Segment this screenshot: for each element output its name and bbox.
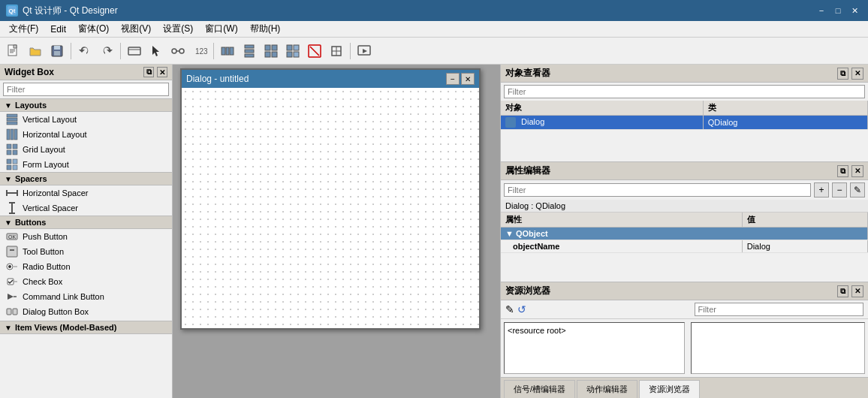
resource-browser-float-button[interactable]: ⧉ [837,285,848,297]
layout-h[interactable] [217,41,238,62]
minimize-button[interactable]: − [814,4,829,17]
adjust-size[interactable] [326,41,347,62]
property-remove-button[interactable]: − [832,182,847,197]
resource-browser-header: 资源浏览器 ⧉ ✕ [501,282,868,300]
check-box-icon [6,276,18,288]
object-inspector-float-button[interactable]: ⧉ [837,68,848,80]
svg-marker-63 [8,294,14,300]
widget-box-close-button[interactable]: ✕ [157,67,167,77]
widget-form-layout[interactable]: Form Layout [0,157,172,172]
layouts-label: Layouts [15,101,47,110]
svg-rect-27 [287,52,292,57]
resource-tree[interactable]: <resource root> [504,322,685,374]
property-value-objectname[interactable]: Dialog [742,240,867,253]
property-editor-float-button[interactable]: ⧉ [837,165,848,177]
vertical-spacer-label: Vertical Spacer [23,204,78,213]
connect-tool[interactable] [167,41,188,62]
svg-rect-20 [245,54,254,57]
menu-bar: 文件(F) Edit 窗体(O) 视图(V) 设置(S) 窗口(W) 帮助(H) [0,21,868,38]
widget-command-link-button[interactable]: Command Link Button [0,289,172,304]
resource-browser-close-button[interactable]: ✕ [851,285,863,297]
object-row-dialog[interactable]: Dialog QDialog [501,116,868,130]
svg-rect-19 [245,50,254,53]
property-settings-button[interactable]: ✎ [850,182,865,197]
new-button[interactable] [3,41,24,62]
widget-vertical-layout[interactable]: Vertical Layout [0,112,172,127]
open-button[interactable] [25,41,46,62]
resource-browser-toolbar: ✎ ↺ [501,300,868,319]
layout-grid[interactable] [261,41,282,62]
tab-order-tool[interactable]: 123 [189,41,210,62]
maximize-button[interactable]: □ [830,4,845,17]
undo-button[interactable] [74,41,95,62]
select-tool[interactable] [146,41,167,62]
widget-dialog-button-box[interactable]: Dialog Button Box [0,304,172,319]
widget-radio-button[interactable]: Radio Button [0,259,172,274]
widget-grid-layout[interactable]: Grid Layout [0,142,172,157]
widget-filter-input[interactable] [3,83,169,96]
widget-push-button[interactable]: OK Push Button [0,229,172,244]
dialog-canvas[interactable] [182,88,479,328]
widget-horizontal-layout[interactable]: Horizontal Layout [0,127,172,142]
property-group-qobject[interactable]: ▼ QObject [501,228,868,240]
resource-browser-title: 资源浏览器 [505,285,550,297]
category-spacers[interactable]: ▼ Spacers [0,172,172,185]
widget-vertical-spacer[interactable]: Vertical Spacer [0,201,172,216]
toolbar-separator-3 [213,43,214,59]
menu-edit[interactable]: Edit [44,21,72,37]
property-filter-input[interactable] [504,183,811,197]
object-col-class: 类 [703,101,867,116]
object-filter-input[interactable] [504,85,865,98]
property-group-qobject-label: ▼ QObject [501,228,868,240]
menu-form[interactable]: 窗体(O) [72,21,115,37]
preview-button[interactable] [354,41,375,62]
object-inspector-close-button[interactable]: ✕ [851,68,863,80]
category-item-views[interactable]: ▼ Item Views (Model-Based) [0,321,172,334]
app-icon: Qt [6,5,18,17]
tab-action-editor[interactable]: 动作编辑器 [577,380,637,398]
property-editor-close-button[interactable]: ✕ [851,165,863,177]
resource-root-label: <resource root> [508,326,566,335]
svg-text:OK: OK [8,234,16,240]
resource-edit-icon[interactable]: ✎ [505,303,514,315]
buttons-label: Buttons [15,218,47,227]
property-add-button[interactable]: + [814,182,829,197]
menu-help[interactable]: 帮助(H) [244,21,287,37]
menu-window[interactable]: 窗口(W) [199,21,243,37]
svg-rect-36 [7,118,17,121]
menu-file[interactable]: 文件(F) [3,21,44,37]
resource-filter-input[interactable] [695,303,864,316]
redo-button[interactable] [96,41,117,62]
dialog-close-button[interactable]: ✕ [461,73,475,85]
tab-resource-browser[interactable]: 资源浏览器 [639,380,700,398]
tab-signal-slot[interactable]: 信号/槽编辑器 [504,380,575,398]
widget-horizontal-spacer[interactable]: Horizontal Spacer [0,185,172,201]
widget-check-box[interactable]: Check Box [0,274,172,289]
object-col-object: 对象 [501,101,703,116]
resource-browser: 资源浏览器 ⧉ ✕ ✎ ↺ <resource root> 信号/槽 [501,282,868,398]
menu-settings[interactable]: 设置(S) [157,21,199,37]
resource-refresh-icon[interactable]: ↺ [517,303,526,315]
dialog-object-icon [505,117,516,128]
command-link-button-label: Command Link Button [23,292,104,301]
widget-tool-button[interactable]: Tool Button [0,244,172,259]
category-layouts[interactable]: ▼ Layouts [0,98,172,112]
break-layout[interactable] [304,41,325,62]
property-row-objectname[interactable]: objectName Dialog [501,240,868,253]
svg-rect-8 [54,51,60,56]
object-row-dialog-class: QDialog [703,116,867,130]
grid-layout-label: Grid Layout [23,145,65,154]
dialog-minimize-button[interactable]: − [446,73,460,85]
object-table-container: 对象 类 Dialog QDialog [501,101,868,161]
layouts-chevron: ▼ [5,101,12,110]
layout-v[interactable] [239,41,260,62]
save-button[interactable] [47,41,68,62]
horizontal-layout-icon [6,128,18,140]
close-button[interactable]: ✕ [847,4,862,17]
menu-view[interactable]: 视图(V) [115,21,157,37]
layout-form[interactable] [282,41,303,62]
dialog-title-bar: Dialog - untitled − ✕ [182,70,479,88]
widget-tool[interactable] [124,41,145,62]
category-buttons[interactable]: ▼ Buttons [0,216,172,229]
widget-box-float-button[interactable]: ⧉ [143,67,154,77]
